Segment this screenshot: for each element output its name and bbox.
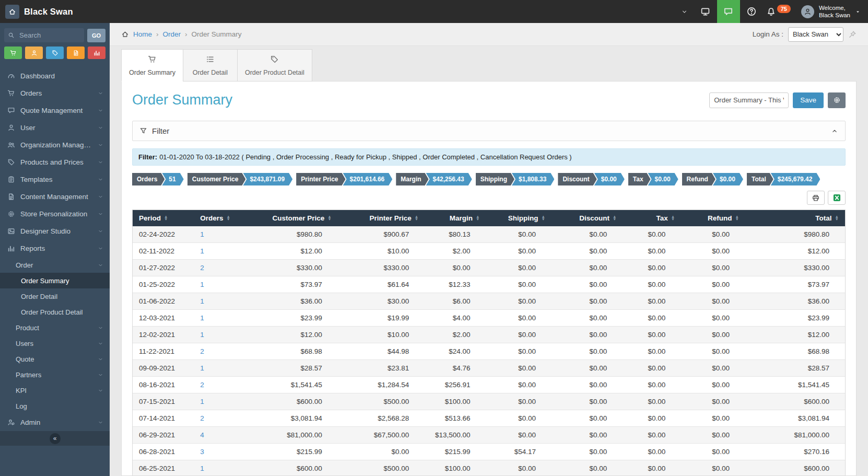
sidebar-item-kpi[interactable]: KPI — [0, 382, 110, 398]
column-header-discount[interactable]: Discount▲▼ — [552, 210, 623, 226]
cell-period: 01-25-2022 — [133, 276, 194, 293]
orders-count-link[interactable]: 1 — [200, 314, 204, 322]
cell-tax: $0.00 — [623, 410, 681, 427]
view-name-input[interactable] — [709, 92, 789, 108]
sidebar-item-quote-management[interactable]: Quote Management — [0, 102, 110, 119]
gear-icon — [833, 96, 841, 104]
sidebar-item-store-personalization[interactable]: Store Personalization — [0, 205, 110, 223]
gear-icon — [7, 210, 15, 218]
quick-link-user-button[interactable] — [25, 47, 43, 59]
quick-link-doc-button[interactable] — [67, 47, 85, 59]
cell-tax: $0.00 — [623, 327, 681, 343]
home-button[interactable] — [5, 5, 19, 19]
chevron-down-icon — [98, 142, 103, 148]
save-button[interactable]: Save — [793, 92, 824, 108]
quick-link-cart-button[interactable] — [4, 47, 22, 59]
breadcrumb-item-home[interactable]: Home — [133, 30, 152, 38]
sidebar-item-orders[interactable]: Orders — [0, 85, 110, 102]
topbar-notifications-button[interactable]: 75 — [763, 0, 796, 23]
sidebar-item-designer-studio[interactable]: Designer Studio — [0, 223, 110, 240]
quick-link-tags-button[interactable] — [46, 47, 64, 59]
search-input[interactable] — [18, 31, 80, 40]
column-header-refund[interactable]: Refund▲▼ — [681, 210, 745, 226]
cell-customer-price: $600.00 — [247, 460, 338, 476]
column-header-customer-price[interactable]: Customer Price▲▼ — [247, 210, 338, 226]
tab-order-product-detail[interactable]: Order Product Detail — [237, 49, 312, 82]
view-settings-button[interactable] — [828, 92, 846, 108]
orders-count-link[interactable]: 3 — [200, 448, 204, 456]
topbar-display-button[interactable] — [694, 0, 717, 23]
tab-order-detail[interactable]: Order Detail — [183, 49, 237, 82]
breadcrumb-item-order[interactable]: Order — [163, 30, 181, 38]
column-header-label: Tax — [656, 214, 668, 222]
sidebar-item-users[interactable]: Users — [0, 335, 110, 351]
sidebar-item-reports[interactable]: Reports — [0, 240, 110, 257]
sidebar-item-templates[interactable]: Templates — [0, 171, 110, 188]
cell-shipping: $0.00 — [486, 327, 552, 343]
sidebar-item-order-product-detail[interactable]: Order Product Detail — [0, 304, 110, 320]
cell-margin: $13,500.00 — [425, 427, 486, 444]
orders-count-link[interactable]: 1 — [200, 364, 204, 372]
sidebar-collapse-button[interactable]: « — [50, 433, 61, 444]
topbar-help-button[interactable] — [740, 0, 763, 23]
chevron-up-icon[interactable] — [831, 127, 838, 135]
cell-margin: $100.00 — [425, 393, 486, 410]
column-header-total[interactable]: Total▲▼ — [745, 210, 845, 226]
orders-count-link[interactable]: 2 — [200, 414, 204, 422]
topbar-collapse-button[interactable] — [675, 0, 694, 23]
orders-count-link[interactable]: 1 — [200, 281, 204, 288]
login-as-select[interactable]: Black Swan — [788, 27, 843, 42]
orders-count-link[interactable]: 1 — [200, 247, 204, 255]
sidebar-item-log[interactable]: Log — [0, 398, 110, 414]
cell-period: 07-15-2021 — [133, 393, 194, 410]
table-row: 01-25-20221$73.97$61.64$12.33$0.00$0.00$… — [133, 276, 845, 293]
orders-count-link[interactable]: 2 — [200, 381, 204, 389]
print-button[interactable] — [807, 191, 825, 205]
column-header-printer-price[interactable]: Printer Price▲▼ — [338, 210, 425, 226]
export-excel-button[interactable] — [828, 191, 846, 205]
sidebar-item-label: Orders — [20, 89, 92, 97]
quick-link-chart-button[interactable] — [88, 47, 105, 59]
search-go-button[interactable]: GO — [87, 29, 105, 42]
column-header-period[interactable]: Period▲▼ — [133, 210, 194, 226]
orders-count-link[interactable]: 1 — [200, 297, 204, 305]
column-header-margin[interactable]: Margin▲▼ — [425, 210, 486, 226]
welcome-text: Welcome,Black Swan — [819, 4, 850, 19]
cell-discount: $0.00 — [552, 276, 623, 293]
sidebar-item-dashboard[interactable]: Dashboard — [0, 67, 110, 85]
orders-count-link[interactable]: 2 — [200, 264, 204, 272]
sidebar-item-label: Order Summary — [21, 277, 103, 285]
topbar-chat-button[interactable] — [717, 0, 740, 23]
sidebar-item-order-detail[interactable]: Order Detail — [0, 288, 110, 304]
sidebar-item-organization-management[interactable]: Organization Management — [0, 136, 110, 154]
topbar-user-menu[interactable]: Welcome,Black Swan — [796, 0, 868, 23]
orders-count-link[interactable]: 1 — [200, 465, 204, 472]
sidebar-item-order[interactable]: Order — [0, 257, 110, 273]
cell-refund: $0.00 — [681, 460, 745, 476]
sidebar-item-order-summary[interactable]: Order Summary — [0, 273, 110, 288]
cell-period: 01-27-2022 — [133, 260, 194, 276]
orders-count-link[interactable]: 2 — [200, 347, 204, 355]
filter-panel-header[interactable]: Filter — [132, 121, 846, 141]
column-header-tax[interactable]: Tax▲▼ — [623, 210, 681, 226]
cell-printer-price: $19.99 — [338, 310, 425, 327]
column-header-orders[interactable]: Orders▲▼ — [194, 210, 247, 226]
column-header-shipping[interactable]: Shipping▲▼ — [486, 210, 552, 226]
sidebar-item-partners[interactable]: Partners — [0, 367, 110, 382]
pin-icon[interactable] — [848, 30, 857, 39]
orders-count-link[interactable]: 1 — [200, 398, 204, 405]
orders-count-link[interactable]: 1 — [200, 230, 204, 238]
cell-printer-price: $30.00 — [338, 293, 425, 310]
chevron-down-icon — [98, 177, 103, 182]
sidebar-item-quote[interactable]: Quote — [0, 351, 110, 367]
chip-value: $201,614.66 — [343, 173, 393, 185]
tab-order-summary[interactable]: Order Summary — [121, 49, 183, 82]
sidebar-item-user[interactable]: User — [0, 119, 110, 136]
sidebar-item-admin[interactable]: Admin — [0, 414, 110, 431]
cell-tax: $0.00 — [623, 444, 681, 460]
orders-count-link[interactable]: 1 — [200, 331, 204, 339]
sidebar-item-products-and-prices[interactable]: Products and Prices — [0, 154, 110, 171]
orders-count-link[interactable]: 4 — [200, 431, 204, 439]
sidebar-item-content-management[interactable]: Content Management — [0, 188, 110, 205]
sidebar-item-product[interactable]: Product — [0, 320, 110, 335]
